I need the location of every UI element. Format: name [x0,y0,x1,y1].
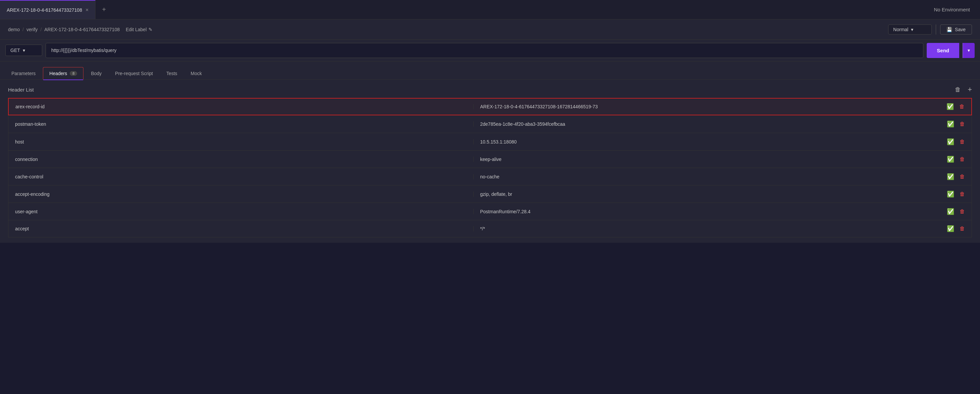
header-enable-button[interactable]: ✅ [947,208,954,215]
header-key: accept-encoding [8,191,473,197]
header-row-actions: ✅ 🗑 [938,138,972,145]
header-row-actions: ✅ 🗑 [938,173,972,180]
header-key: postman-token [8,121,473,127]
header-enable-button[interactable]: ✅ [947,173,954,180]
table-row: connection keep-alive ✅ 🗑 [8,150,972,167]
header-delete-button[interactable]: 🗑 [959,139,965,145]
header-delete-button[interactable]: 🗑 [959,226,965,232]
header-enable-button[interactable]: ✅ [947,156,954,163]
header-value: 2de785ea-1c8e-4f20-aba3-3594fcefbcaa [473,121,939,127]
header-row-actions: ✅ 🗑 [938,156,972,163]
header-row-actions: ✅ 🗑 [938,103,971,110]
tab-close-button[interactable]: × [86,7,89,13]
header-list-title: Header List [8,87,34,93]
table-row: arex-record-id AREX-172-18-0-4-617644733… [8,98,972,115]
environment-label: No Environment [934,7,970,13]
header-enable-button[interactable]: ✅ [947,225,954,232]
save-label: Save [955,27,966,32]
header-list-delete-all-button[interactable]: 🗑 [955,86,961,93]
header-row-actions: ✅ 🗑 [938,190,972,198]
header-key: cache-control [8,174,473,179]
url-input[interactable] [46,43,923,58]
method-dropdown-icon: ▾ [23,48,25,53]
table-row: postman-token 2de785ea-1c8e-4f20-aba3-35… [8,115,972,133]
header-row-actions: ✅ 🗑 [938,120,972,128]
edit-label-text: Edit Label [126,27,146,32]
tab-tests-label: Tests [166,71,177,76]
tab-mock[interactable]: Mock [185,67,208,80]
header-delete-button[interactable]: 🗑 [959,191,965,197]
url-bar: GET ▾ Send ▾ [0,40,980,61]
tab-bar: AREX-172-18-0-4-61764473327108 × + No En… [0,0,980,19]
breadcrumb-verify: verify [27,27,38,32]
send-button[interactable]: Send [927,43,959,58]
header-key: accept [8,226,473,231]
headers-container: arex-record-id AREX-172-18-0-4-617644733… [8,98,972,238]
header-value: PostmanRuntime/7.28.4 [473,209,939,214]
new-tab-button[interactable]: + [95,0,112,19]
header-delete-button[interactable]: 🗑 [959,156,965,162]
tab-pre-request-script[interactable]: Pre-request Script [109,67,159,80]
tab-title: AREX-172-18-0-4-61764473327108 [7,7,82,13]
normal-mode-select[interactable]: Normal ▾ [888,24,932,35]
header-enable-button[interactable]: ✅ [947,190,954,198]
divider [936,24,936,35]
header-enable-button[interactable]: ✅ [947,138,954,145]
header-row-actions: ✅ 🗑 [938,208,972,215]
header-list-actions: 🗑 + [955,85,972,94]
breadcrumb-arex: AREX-172-18-0-4-61764473327108 [44,27,120,32]
environment-selector[interactable]: No Environment [934,7,980,13]
header-value: no-cache [473,174,939,179]
normal-mode-dropdown-icon: ▾ [911,27,913,32]
header-enable-button[interactable]: ✅ [947,103,954,110]
tab-headers-badge: 8 [70,71,77,76]
tab-body[interactable]: Body [85,67,108,80]
header-list-section: Header List 🗑 + arex-record-id AREX-172-… [0,80,980,243]
breadcrumb-sep-1: / [22,27,24,32]
header-list-title-row: Header List 🗑 + [8,85,972,94]
header-key: host [8,139,473,145]
header-row-actions: ✅ 🗑 [938,225,972,232]
normal-mode-label: Normal [893,27,908,32]
header-delete-button[interactable]: 🗑 [959,209,965,215]
header-list-add-button[interactable]: + [967,85,972,94]
active-tab[interactable]: AREX-172-18-0-4-61764473327108 × [0,0,95,19]
tab-pre-request-script-label: Pre-request Script [115,71,153,76]
tab-headers[interactable]: Headers 8 [43,67,83,80]
header-delete-button[interactable]: 🗑 [959,121,965,127]
header-key: user-agent [8,209,473,214]
edit-label-button[interactable]: Edit Label ✎ [126,27,152,32]
breadcrumb-bar: demo / verify / AREX-172-18-0-4-61764473… [0,19,980,40]
method-select[interactable]: GET ▾ [5,45,42,56]
header-value: gzip, deflate, br [473,191,939,197]
header-key: arex-record-id [9,104,473,109]
save-icon: 💾 [947,27,952,32]
header-key: connection [8,156,473,162]
tab-headers-label: Headers [49,71,67,76]
send-dropdown-button[interactable]: ▾ [963,43,975,58]
header-delete-button[interactable]: 🗑 [959,174,965,180]
edit-label-icon: ✎ [148,27,153,32]
table-row: accept-encoding gzip, deflate, br ✅ 🗑 [8,185,972,203]
header-value: 10.5.153.1:18080 [473,139,939,145]
table-row: host 10.5.153.1:18080 ✅ 🗑 [8,133,972,150]
breadcrumb-demo: demo [8,27,20,32]
header-value: AREX-172-18-0-4-61764473327108-167281446… [473,104,938,109]
table-row: user-agent PostmanRuntime/7.28.4 ✅ 🗑 [8,203,972,220]
tab-tests[interactable]: Tests [160,67,183,80]
table-row: accept */* ✅ 🗑 [8,220,972,238]
tab-parameters[interactable]: Parameters [5,67,41,80]
header-value: */* [473,226,939,231]
save-button[interactable]: 💾 Save [940,24,972,35]
tab-body-label: Body [91,71,102,76]
tab-parameters-label: Parameters [11,71,35,76]
method-label: GET [10,48,20,53]
right-controls: Normal ▾ 💾 Save [888,24,972,35]
table-row: cache-control no-cache ✅ 🗑 [8,167,972,185]
request-tabs-bar: Parameters Headers 8 Body Pre-request Sc… [0,61,980,80]
header-value: keep-alive [473,156,939,162]
header-delete-button[interactable]: 🗑 [959,104,964,110]
header-enable-button[interactable]: ✅ [947,120,954,128]
tab-mock-label: Mock [191,71,202,76]
breadcrumb-sep-2: / [40,27,41,32]
